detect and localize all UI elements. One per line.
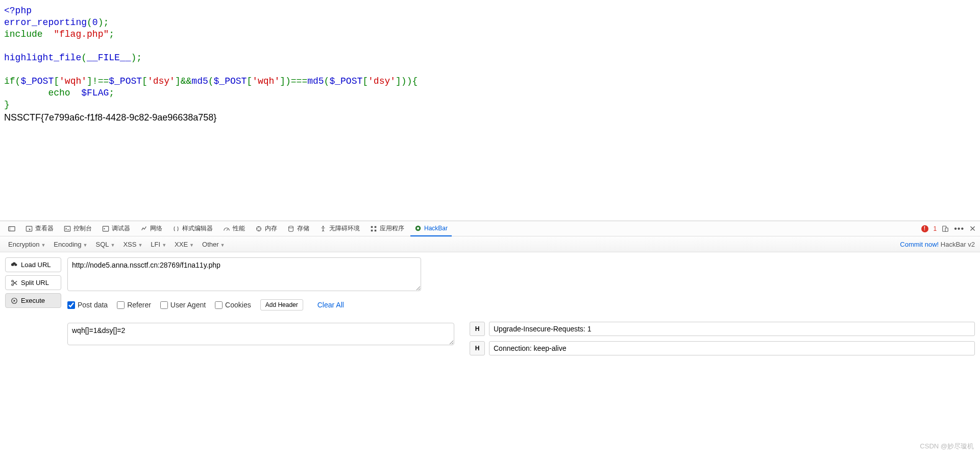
svg-rect-10 <box>375 226 377 228</box>
svg-rect-9 <box>371 226 373 228</box>
tab-label: 应用程序 <box>380 224 404 233</box>
accessibility-icon <box>320 225 327 232</box>
referer-checkbox[interactable]: Referer <box>117 301 151 309</box>
url-input[interactable] <box>67 257 421 291</box>
useragent-checkbox[interactable]: User Agent <box>160 301 206 309</box>
execute-button[interactable]: Execute <box>5 293 61 308</box>
tab-label: 存储 <box>297 224 309 233</box>
tab-performance[interactable]: 性能 <box>219 221 249 236</box>
svg-rect-4 <box>103 226 108 231</box>
hackbar-body: Load URL Split URL Execute Post data Ref… <box>0 252 980 355</box>
tab-label: HackBar <box>424 225 448 232</box>
menu-other[interactable]: Other▼ <box>199 238 228 250</box>
button-label: Load URL <box>21 261 51 269</box>
menu-sql[interactable]: SQL▼ <box>92 238 118 250</box>
postdata-checkbox[interactable]: Post data <box>67 301 108 309</box>
tab-label: 内存 <box>265 224 277 233</box>
hackbar-brand: HackBar v2 <box>939 241 975 248</box>
error-badge-icon[interactable]: ! <box>921 225 928 232</box>
menu-encoding[interactable]: Encoding▼ <box>51 238 90 250</box>
svg-point-8 <box>323 226 324 227</box>
tab-label: 控制台 <box>74 224 92 233</box>
tab-memory[interactable]: 内存 <box>251 221 281 236</box>
svg-rect-11 <box>371 230 373 232</box>
commit-link[interactable]: Commit now! <box>900 241 939 248</box>
caret-icon: ▼ <box>162 243 166 248</box>
performance-icon <box>223 225 230 232</box>
header-value-input[interactable] <box>489 322 975 336</box>
tab-label: 性能 <box>233 224 245 233</box>
svg-rect-12 <box>375 230 377 232</box>
svg-point-14 <box>417 227 419 229</box>
caret-icon: ▼ <box>41 243 45 248</box>
add-header-button[interactable]: Add Header <box>260 299 303 310</box>
devtools-panel: 查看器 控制台 调试器 网络 样式编辑器 性能 内存 存储 <box>0 221 980 355</box>
tab-accessibility[interactable]: 无障碍环境 <box>315 221 364 236</box>
svg-point-18 <box>12 284 14 286</box>
tab-label: 网络 <box>150 224 162 233</box>
devtools-dock-button[interactable] <box>4 221 19 236</box>
tab-label: 样式编辑器 <box>182 224 213 233</box>
menu-xss[interactable]: XSS▼ <box>120 238 145 250</box>
svg-point-17 <box>12 280 14 282</box>
button-label: Split URL <box>21 279 49 286</box>
more-icon[interactable]: ••• <box>954 224 964 233</box>
memory-icon <box>255 225 262 232</box>
error-count: 1 <box>934 225 937 232</box>
tab-network[interactable]: 网络 <box>136 221 166 236</box>
svg-rect-3 <box>64 226 70 231</box>
devtools-tabbar: 查看器 控制台 调试器 网络 样式编辑器 性能 内存 存储 <box>0 221 980 236</box>
header-type-button[interactable]: H <box>470 322 485 336</box>
tab-application[interactable]: 应用程序 <box>366 221 408 236</box>
dock-icon <box>8 225 15 232</box>
caret-icon: ▼ <box>83 243 88 248</box>
debugger-icon <box>102 225 109 232</box>
tab-label: 无障碍环境 <box>329 224 360 233</box>
header-type-button[interactable]: H <box>470 341 485 355</box>
menu-encryption[interactable]: Encryption▼ <box>5 238 48 250</box>
style-icon <box>173 225 180 232</box>
clear-all-link[interactable]: Clear All <box>317 301 344 309</box>
play-circle-icon <box>11 297 18 304</box>
scissors-icon <box>11 279 18 286</box>
header-row: H <box>470 341 975 355</box>
menu-lfi[interactable]: LFI▼ <box>148 238 169 250</box>
storage-icon <box>287 225 295 232</box>
close-icon[interactable] <box>969 225 976 232</box>
responsive-icon[interactable] <box>942 225 949 232</box>
caret-icon: ▼ <box>220 243 225 248</box>
tab-styleeditor[interactable]: 样式编辑器 <box>168 221 217 236</box>
tab-hackbar[interactable]: HackBar <box>410 221 452 236</box>
application-icon <box>370 225 377 232</box>
php-source: <?php error_reporting(0); include "flag.… <box>0 0 980 129</box>
network-icon <box>140 225 148 232</box>
tab-console[interactable]: 控制台 <box>60 221 96 236</box>
postdata-input[interactable] <box>67 323 454 345</box>
inspector-icon <box>26 225 33 232</box>
header-row: H <box>470 322 975 336</box>
load-url-button[interactable]: Load URL <box>5 257 61 272</box>
tab-storage[interactable]: 存储 <box>283 221 313 236</box>
console-icon <box>64 225 71 232</box>
split-url-button[interactable]: Split URL <box>5 275 61 290</box>
caret-icon: ▼ <box>189 243 194 248</box>
tab-inspector[interactable]: 查看器 <box>21 221 58 236</box>
header-value-input[interactable] <box>489 341 975 355</box>
hackbar-icon <box>414 225 422 232</box>
hackbar-toolbar: Encryption▼ Encoding▼ SQL▼ XSS▼ LFI▼ XXE… <box>0 236 980 252</box>
cloud-download-icon <box>11 261 18 269</box>
cookies-checkbox[interactable]: Cookies <box>215 301 251 309</box>
menu-xxe[interactable]: XXE▼ <box>172 238 197 250</box>
caret-icon: ▼ <box>138 243 142 248</box>
flag-output: NSSCTF{7e799a6c-f1f8-4428-9c82-9ae96638a… <box>4 112 976 124</box>
tab-label: 查看器 <box>35 224 54 233</box>
button-label: Execute <box>21 297 45 304</box>
svg-point-5 <box>104 228 105 229</box>
svg-point-7 <box>289 226 293 228</box>
svg-rect-16 <box>945 228 948 231</box>
tab-label: 调试器 <box>112 224 130 233</box>
tab-debugger[interactable]: 调试器 <box>98 221 134 236</box>
caret-icon: ▼ <box>111 243 115 248</box>
svg-rect-1 <box>9 226 11 231</box>
